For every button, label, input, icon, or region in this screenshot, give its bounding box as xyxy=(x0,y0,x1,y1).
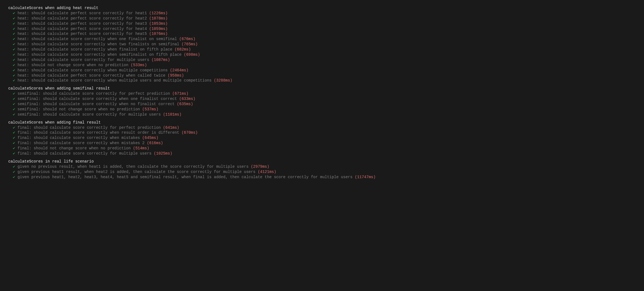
test-timing: (676ms) xyxy=(179,37,196,41)
indent xyxy=(8,73,13,78)
check-icon: ✔ xyxy=(13,96,15,102)
test-name: semifinal: should not change score when … xyxy=(18,107,140,111)
indent xyxy=(8,37,13,42)
test-timing: (1025ms) xyxy=(154,151,172,156)
test-name: heat: should calculate score correctly w… xyxy=(18,42,179,46)
test-name: given previous heat1, heat2, heat3, heat… xyxy=(18,175,353,179)
test-name: final: should calculate score correctly … xyxy=(18,136,140,140)
indent xyxy=(8,135,13,141)
test-row: ✔ heat: should calculate perfect score c… xyxy=(8,11,636,16)
test-timing: (641ms) xyxy=(163,125,179,130)
check-icon: ✔ xyxy=(13,52,15,57)
test-name: final: should calculate score correctly … xyxy=(18,151,152,156)
test-row: ✔ heat: should calculate score correctly… xyxy=(8,78,636,83)
test-row: ✔ heat: should calculate score correctly… xyxy=(8,37,636,42)
test-timing: (633ms) xyxy=(179,97,196,101)
suite-title: calculateScores when adding final result xyxy=(8,120,636,125)
indent xyxy=(8,11,13,16)
test-timing: (645ms) xyxy=(142,136,158,140)
test-name: heat: should calculate score correctly w… xyxy=(18,52,182,57)
test-name: final: should calculate score correctly … xyxy=(18,125,161,130)
test-name: semifinal: should calculate score correc… xyxy=(18,97,177,101)
test-row: ✔ semifinal: should calculate score corr… xyxy=(8,91,636,96)
test-row: ✔ semifinal: should not change score whe… xyxy=(8,107,636,112)
test-row: ✔ final: should calculate score correctl… xyxy=(8,141,636,146)
indent xyxy=(8,175,13,180)
test-row: ✔ given previous heat1, heat2, heat3, he… xyxy=(8,175,636,180)
suite-title: calculateScores in real life scenario xyxy=(8,159,636,164)
check-icon: ✔ xyxy=(13,91,15,96)
test-name: heat: should calculate perfect score cor… xyxy=(18,27,147,31)
test-name: heat: should calculate perfect score cor… xyxy=(18,11,147,15)
test-timing: (670ms) xyxy=(181,130,198,135)
indent xyxy=(8,169,13,175)
suite-title: calculateScores when adding semifinal re… xyxy=(8,86,636,91)
indent xyxy=(8,112,13,117)
test-timing: (671ms) xyxy=(172,91,189,96)
test-timing: (514ms) xyxy=(133,146,149,150)
indent xyxy=(8,31,13,37)
check-icon: ✔ xyxy=(13,164,15,169)
indent xyxy=(8,26,13,32)
suite-title: calculateScores when adding heat result xyxy=(8,5,636,11)
indent xyxy=(8,146,13,151)
check-icon: ✔ xyxy=(13,151,15,156)
test-name: final: should calculate score correctly … xyxy=(18,141,145,145)
test-timing: (2464ms) xyxy=(170,68,188,72)
check-icon: ✔ xyxy=(13,47,15,52)
test-name: heat: should calculate score correctly w… xyxy=(18,68,168,72)
test-name: heat: should calculate score correctly w… xyxy=(18,78,212,83)
check-icon: ✔ xyxy=(13,73,15,78)
test-row: ✔ heat: should calculate perfect score c… xyxy=(8,16,636,21)
indent xyxy=(8,16,13,21)
indent xyxy=(8,125,13,130)
check-icon: ✔ xyxy=(13,31,15,37)
test-timing: (1076ms) xyxy=(149,32,168,36)
test-timing: (616ms) xyxy=(147,141,163,145)
check-icon: ✔ xyxy=(13,11,15,16)
indent xyxy=(8,63,13,68)
test-name: heat: should calculate perfect score cor… xyxy=(18,32,147,36)
test-timing: (765ms) xyxy=(181,42,198,46)
indent xyxy=(8,57,13,63)
test-timing: (682ms) xyxy=(175,47,191,52)
test-row: ✔ final: should calculate score correctl… xyxy=(8,125,636,130)
indent xyxy=(8,102,13,107)
test-timing: (3288ms) xyxy=(214,78,232,83)
test-row: ✔ heat: should not change score when no … xyxy=(8,63,636,68)
check-icon: ✔ xyxy=(13,125,15,130)
test-row: ✔ heat: should calculate perfect score c… xyxy=(8,31,636,37)
indent xyxy=(8,47,13,52)
check-icon: ✔ xyxy=(13,112,15,117)
test-timing: (537ms) xyxy=(142,107,158,111)
check-icon: ✔ xyxy=(13,130,15,135)
test-row: ✔ heat: should calculate perfect score c… xyxy=(8,21,636,26)
test-name: final: should not change score when no p… xyxy=(18,146,131,150)
check-icon: ✔ xyxy=(13,57,15,63)
test-row: ✔ final: should calculate score correctl… xyxy=(8,130,636,135)
test-timing: (11747ms) xyxy=(355,175,376,179)
test-row: ✔ heat: should calculate score correctly… xyxy=(8,42,636,47)
test-row: ✔ given previous heat1 result, when heat… xyxy=(8,169,636,175)
test-row: ✔ heat: should calculate score correctly… xyxy=(8,52,636,57)
test-timing: (635ms) xyxy=(177,102,193,106)
indent xyxy=(8,21,13,26)
test-name: semifinal: should calculate score correc… xyxy=(18,91,170,96)
test-name: given previous heat1 result, when heat2 … xyxy=(18,170,255,174)
test-row: ✔ semifinal: should calculate score corr… xyxy=(8,96,636,102)
indent xyxy=(8,107,13,112)
check-icon: ✔ xyxy=(13,68,15,73)
test-timing: (698ms) xyxy=(184,52,200,57)
test-row: ✔ final: should calculate score correctl… xyxy=(8,135,636,141)
test-name: given no previous result, when heat1 is … xyxy=(18,164,249,169)
check-icon: ✔ xyxy=(13,175,15,180)
test-output: calculateScores when adding heat result … xyxy=(8,5,636,180)
test-timing: (1087ms) xyxy=(152,58,170,62)
test-row: ✔ heat: should calculate score correctly… xyxy=(8,57,636,63)
test-name: heat: should not change score when no pr… xyxy=(18,63,128,67)
test-name: heat: should calculate perfect score cor… xyxy=(18,73,166,78)
indent xyxy=(8,78,13,83)
test-name: heat: should calculate perfect score cor… xyxy=(18,21,147,26)
test-name: heat: should calculate score correctly w… xyxy=(18,47,172,52)
check-icon: ✔ xyxy=(13,146,15,151)
